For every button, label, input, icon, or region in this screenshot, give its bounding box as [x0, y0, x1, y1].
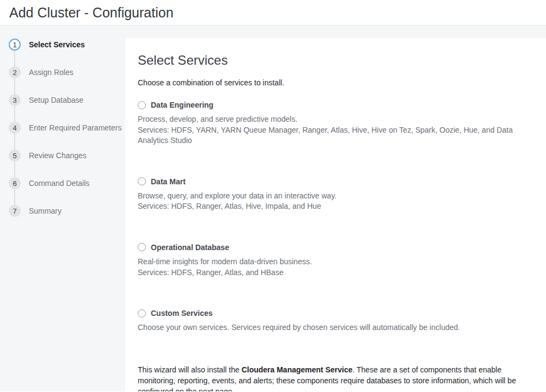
section-subtitle: Choose a combination of services to inst…	[138, 78, 531, 87]
option-operational-database: Operational Database Real-time insights …	[138, 243, 531, 278]
step-summary: 7 Summary	[0, 205, 125, 217]
note-prefix: This wizard will also install the	[138, 365, 242, 374]
option-row-data-mart[interactable]: Data Mart	[138, 177, 531, 186]
option-description: Process, develop, and serve predictive m…	[138, 114, 531, 146]
radio-custom-services[interactable]	[138, 309, 146, 318]
step-number-badge: 1	[9, 39, 21, 51]
step-number-badge: 7	[9, 205, 21, 217]
page-header: Add Cluster - Configuration	[0, 0, 546, 26]
step-label: Assign Roles	[29, 68, 73, 77]
option-label[interactable]: Data Mart	[151, 177, 186, 186]
radio-data-mart[interactable]	[138, 177, 146, 185]
option-description: Choose your own services. Services requi…	[138, 322, 531, 333]
radio-data-engineering[interactable]	[138, 101, 146, 109]
option-description: Browse, query, and explore your data in …	[138, 191, 531, 212]
step-number-badge: 3	[9, 94, 21, 106]
step-number-badge: 2	[9, 66, 21, 78]
step-label: Enter Required Parameters	[29, 123, 121, 132]
step-assign-roles: 2 Assign Roles	[0, 66, 125, 78]
option-description-line: Real-time insights for modern data-drive…	[138, 257, 531, 267]
option-description-line: Choose your own services. Services requi…	[138, 322, 531, 333]
step-label: Command Details	[29, 179, 89, 188]
option-services-line: Services: HDFS, Ranger, Atlas, and HBase	[138, 267, 531, 278]
body-region: 1 Select Services 2 Assign Roles 3 Setup…	[0, 26, 546, 391]
section-heading: Select Services	[138, 53, 531, 68]
step-enter-required-parameters: 4 Enter Required Parameters	[0, 122, 125, 134]
wizard-step-sidebar: 1 Select Services 2 Assign Roles 3 Setup…	[0, 26, 125, 391]
page-title: Add Cluster - Configuration	[9, 5, 174, 21]
option-custom-services: Custom Services Choose your own services…	[138, 309, 531, 333]
option-label[interactable]: Operational Database	[151, 243, 229, 252]
step-label: Summary	[29, 207, 62, 215]
option-label[interactable]: Data Engineering	[151, 101, 213, 109]
option-row-data-engineering[interactable]: Data Engineering	[138, 101, 531, 109]
main-panel: Select Services Choose a combination of …	[125, 38, 546, 391]
step-number-badge: 4	[9, 122, 21, 134]
step-setup-database: 3 Setup Database	[0, 94, 125, 106]
option-data-mart: Data Mart Browse, query, and explore you…	[138, 177, 531, 212]
management-service-note: This wizard will also install the Cloude…	[138, 364, 531, 391]
option-description-line: Browse, query, and explore your data in …	[138, 191, 531, 202]
step-label: Select Services	[29, 40, 85, 49]
option-label[interactable]: Custom Services	[151, 309, 213, 318]
step-label: Review Changes	[29, 151, 87, 160]
radio-operational-database[interactable]	[138, 243, 146, 251]
option-description-line: Process, develop, and serve predictive m…	[138, 114, 531, 125]
option-data-engineering: Data Engineering Process, develop, and s…	[138, 101, 531, 146]
step-label: Setup Database	[29, 96, 83, 104]
option-row-operational-database[interactable]: Operational Database	[138, 243, 531, 252]
step-number-badge: 5	[9, 150, 21, 161]
step-review-changes: 5 Review Changes	[0, 150, 125, 161]
option-services-line: Services: HDFS, Ranger, Atlas, Hive, Imp…	[138, 201, 531, 212]
step-number-badge: 6	[9, 177, 21, 189]
option-services-line: Services: HDFS, YARN, YARN Queue Manager…	[138, 125, 531, 146]
option-description: Real-time insights for modern data-drive…	[138, 257, 531, 278]
step-select-services: 1 Select Services	[0, 39, 125, 51]
option-row-custom-services[interactable]: Custom Services	[138, 309, 531, 318]
note-bold-term: Cloudera Management Service	[242, 365, 353, 374]
step-command-details: 6 Command Details	[0, 177, 125, 189]
